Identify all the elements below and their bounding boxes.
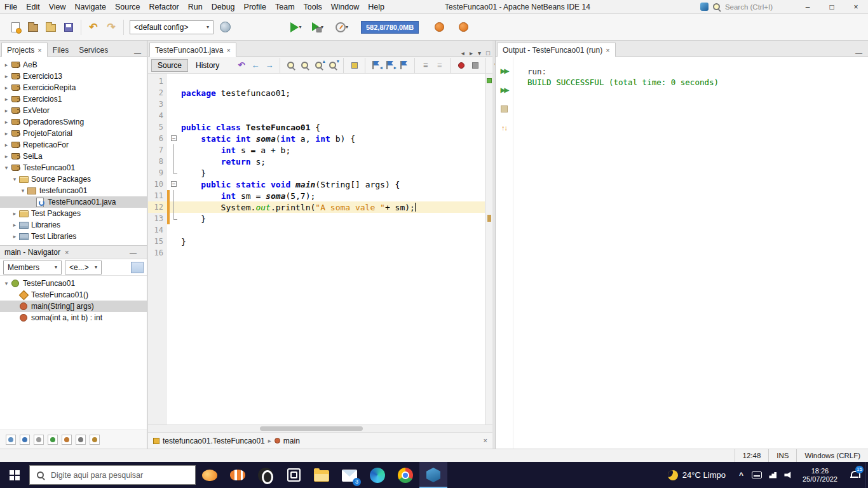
closed-expander-icon[interactable]: ▸	[3, 62, 10, 68]
last-edit-icon[interactable]: ↶	[235, 59, 247, 72]
line-number[interactable]: 11	[148, 191, 167, 200]
previous-bookmark-icon[interactable]: ◂	[370, 59, 382, 72]
netbeans-icon[interactable]	[419, 462, 447, 488]
back-icon[interactable]: ←	[249, 59, 261, 72]
code-line[interactable]: 5public class TesteFuncao01 {	[148, 121, 485, 133]
menu-file[interactable]: File	[0, 3, 22, 11]
toggle-highlight-icon[interactable]	[348, 59, 360, 72]
stop-build-icon[interactable]	[498, 103, 511, 114]
menu-profile[interactable]: Profile	[240, 3, 271, 11]
project-exvetor[interactable]: ▸ExVetor	[0, 105, 147, 116]
show-static-icon[interactable]	[34, 435, 44, 445]
menu-team[interactable]: Team	[271, 3, 299, 11]
menu-source[interactable]: Source	[111, 3, 145, 11]
minimize-panel-icon[interactable]: —	[128, 49, 147, 57]
show-desktop-button[interactable]	[865, 462, 868, 488]
line-number[interactable]: 10	[148, 180, 167, 189]
project-testefuncao01[interactable]: ▾TesteFuncao01	[0, 162, 147, 173]
clean-build-icon[interactable]	[217, 19, 233, 36]
member-main-string-args[interactable]: main(String[] args)	[0, 301, 147, 312]
code-line[interactable]: 2package testefuncao01;	[148, 87, 485, 98]
menu-tools[interactable]: Tools	[299, 3, 327, 11]
project-repeticaofor[interactable]: ▸RepeticaoFor	[0, 139, 147, 151]
project-test-libraries[interactable]: ▸Test Libraries	[0, 231, 147, 242]
volume-icon[interactable]	[781, 471, 797, 479]
menu-edit[interactable]: Edit	[22, 3, 44, 11]
code-line[interactable]: 16	[148, 247, 485, 259]
line-number[interactable]: 6	[148, 134, 167, 143]
closed-expander-icon[interactable]: ▸	[3, 73, 10, 79]
save-all-icon[interactable]	[60, 19, 77, 36]
project-exercicios1[interactable]: ▸Exercicios1	[0, 93, 147, 105]
closed-expander-icon[interactable]: ▸	[11, 222, 18, 228]
line-number[interactable]: 8	[148, 157, 167, 166]
memory-indicator[interactable]: 582,8/780,0MB	[361, 21, 419, 34]
minimize-button[interactable]: –	[796, 0, 820, 14]
code-line[interactable]: 10− public static void main(String[] arg…	[148, 179, 485, 190]
touch-keyboard-icon[interactable]	[749, 471, 765, 478]
ant-settings-icon[interactable]: ↑↓	[498, 122, 511, 133]
fold-collapse-icon[interactable]: −	[171, 135, 177, 141]
close-tab-icon[interactable]: ×	[226, 47, 230, 54]
tab-list-icon[interactable]: ▾	[475, 50, 484, 57]
code-line[interactable]: 12 System.out.println("A soma vale "+ sm…	[148, 201, 485, 213]
scroll-tabs-right-icon[interactable]: ▸	[467, 50, 475, 57]
sort-alpha-icon[interactable]	[76, 435, 86, 445]
closed-expander-icon[interactable]: ▸	[3, 119, 10, 125]
menu-window[interactable]: Window	[327, 3, 363, 11]
menu-run[interactable]: Run	[184, 3, 207, 11]
project-aeb[interactable]: ▸AeB	[0, 59, 147, 71]
line-number[interactable]: 1	[148, 77, 167, 86]
horizontal-scrollbar[interactable]	[148, 424, 492, 432]
closed-expander-icon[interactable]: ▸	[11, 210, 18, 217]
close-tab-icon[interactable]: ×	[37, 47, 41, 54]
open-project-icon[interactable]	[43, 19, 59, 36]
open-expander-icon[interactable]: ▾	[3, 165, 10, 171]
line-number[interactable]: 12	[148, 203, 167, 212]
tab-testefuncao01-java[interactable]: TesteFuncao01.java×	[149, 43, 236, 57]
mail-icon[interactable]: 3	[336, 462, 363, 488]
network-icon[interactable]	[765, 472, 781, 478]
error-stripe[interactable]	[485, 74, 492, 424]
gc-icon[interactable]	[455, 19, 471, 36]
members-select[interactable]: Members▾	[3, 261, 62, 274]
show-fields-icon[interactable]	[20, 435, 30, 445]
line-number[interactable]: 13	[148, 214, 167, 223]
menu-debug[interactable]: Debug	[207, 3, 240, 11]
sort-source-icon[interactable]	[90, 435, 100, 445]
toggle-bookmark-icon[interactable]	[398, 59, 410, 72]
next-bookmark-icon[interactable]: ▸	[384, 59, 396, 72]
show-public-icon[interactable]	[48, 435, 58, 445]
line-number[interactable]: 7	[148, 146, 167, 154]
profile-button[interactable]: ▾	[334, 19, 350, 36]
line-number[interactable]: 16	[148, 248, 167, 257]
closed-expander-icon[interactable]: ▸	[3, 107, 10, 114]
source-view-button[interactable]: Source	[151, 59, 188, 72]
open-expander-icon[interactable]: ▾	[19, 187, 27, 194]
menu-help[interactable]: Help	[363, 3, 389, 11]
fold-collapse-icon[interactable]: −	[171, 181, 177, 187]
start-macro-icon[interactable]	[455, 59, 467, 72]
member-testefuncao01[interactable]: ▾TesteFuncao01	[0, 278, 147, 289]
project-projetofatorial[interactable]: ▸ProjetoFatorial	[0, 128, 147, 139]
run-button[interactable]: ▾	[288, 19, 304, 36]
redo-icon[interactable]: ↷	[103, 19, 119, 36]
scrollbar-thumb[interactable]	[260, 426, 363, 431]
line-number[interactable]: 4	[148, 111, 167, 120]
close-button[interactable]: ×	[844, 0, 868, 14]
file-explorer-icon[interactable]	[308, 462, 336, 488]
weather-widget[interactable]: 24°C Limpo	[660, 470, 733, 480]
project-testefuncao01[interactable]: ▾testefuncao01	[0, 185, 147, 196]
taskbar-search[interactable]: Digite aqui para pesquisar	[29, 465, 196, 485]
closed-expander-icon[interactable]: ▸	[11, 233, 18, 240]
project-exerciciorepita[interactable]: ▸ExercicioRepita	[0, 82, 147, 93]
menu-view[interactable]: View	[44, 3, 71, 11]
code-line[interactable]: 7 int s = a + b;	[148, 144, 485, 156]
code-line[interactable]: 3	[148, 98, 485, 110]
line-number[interactable]: 5	[148, 123, 167, 132]
menu-refactor[interactable]: Refactor	[145, 3, 184, 11]
project-operadoresswing[interactable]: ▸OperadoresSwing	[0, 116, 147, 128]
tab-projects[interactable]: Projects×	[1, 43, 48, 57]
comment-icon[interactable]: ≡	[419, 59, 431, 72]
goldfish-app-icon[interactable]	[196, 462, 224, 488]
